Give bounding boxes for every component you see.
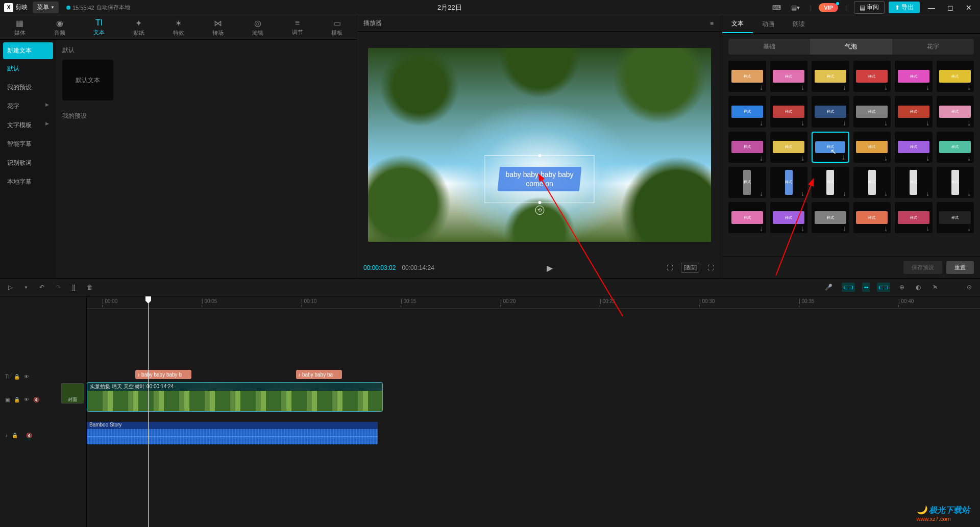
preview-canvas[interactable]: baby baby baby baby come on ⟲	[368, 48, 711, 242]
magnet-left-icon[interactable]: ⊏⊐	[842, 283, 855, 292]
nav-flower-text[interactable]: ▶花字	[0, 97, 56, 116]
bubble-preset[interactable]: 样式⭳	[728, 96, 766, 127]
download-icon[interactable]: ⭳	[759, 191, 764, 196]
nav-lyrics[interactable]: 识别歌词	[0, 154, 56, 172]
ratio-button[interactable]: [适应]	[681, 263, 699, 273]
download-icon[interactable]: ⭳	[842, 191, 847, 196]
bubble-preset[interactable]: 样式⭳	[895, 132, 933, 163]
download-icon[interactable]: ⭳	[759, 156, 764, 161]
mic-icon[interactable]: 🎤	[823, 283, 835, 292]
bubble-preset[interactable]: 样式⭳	[895, 202, 933, 233]
bubble-preset[interactable]: 样式⭳	[853, 96, 891, 127]
bubble-preset[interactable]: 样式⭳	[853, 61, 891, 92]
download-icon[interactable]: ⭳	[800, 191, 805, 196]
tool-tab-filter[interactable]: ◎滤镜	[238, 15, 278, 39]
tool-tab-grid[interactable]: ▦媒体	[0, 15, 40, 39]
undo-icon[interactable]: ↶	[37, 283, 46, 292]
rotate-handle-icon[interactable]: ⟲	[535, 206, 544, 215]
export-button[interactable]: ⬆ 导出	[889, 2, 920, 13]
download-icon[interactable]: ⭳	[759, 120, 764, 126]
tool-tab-fx[interactable]: ✶特效	[159, 15, 199, 39]
right-subtab[interactable]: 气泡	[810, 39, 892, 55]
bubble-preset[interactable]: 样式⭳	[937, 96, 974, 127]
default-text-preset[interactable]: 默认文本	[62, 60, 113, 101]
shortcut-icon[interactable]: ⌨	[769, 3, 784, 13]
download-icon[interactable]: ⭳	[884, 191, 889, 196]
bubble-preset[interactable]: 样式⭳	[895, 96, 933, 127]
eye-icon[interactable]: 👁	[24, 374, 29, 380]
track-area[interactable]: | 00:00| 00:05| 00:10| 00:15| 00:20| 00:…	[87, 296, 980, 527]
review-button[interactable]: ▤ 审阅	[854, 1, 885, 14]
zoom-fit-icon[interactable]: ⊙	[965, 283, 974, 292]
bubble-preset[interactable]: 样式⭳	[853, 167, 891, 198]
download-icon[interactable]: ⭳	[884, 226, 889, 232]
download-icon[interactable]: ⭳	[925, 226, 930, 232]
delete-icon[interactable]: 🗑	[85, 283, 95, 292]
tool-tab-sticker[interactable]: ✦贴纸	[119, 15, 159, 39]
nav-my-preset[interactable]: 我的预设	[0, 78, 56, 97]
bubble-preset[interactable]: 样式⭳↖	[812, 132, 849, 163]
download-icon[interactable]: ⭳	[842, 226, 847, 232]
download-icon[interactable]: ⭳	[884, 85, 889, 90]
lock-icon[interactable]: 🔒	[12, 433, 18, 438]
bubble-preset[interactable]: 样式⭳	[770, 202, 808, 233]
bubble-preset[interactable]: 样式⭳	[728, 202, 766, 233]
reset-button[interactable]: 重置	[946, 261, 974, 274]
bubble-preset[interactable]: 样式⭳	[812, 167, 849, 198]
download-icon[interactable]: ⭳	[842, 85, 847, 90]
redo-icon[interactable]: ↷	[54, 283, 63, 292]
bubble-preset[interactable]: 样式⭳	[853, 132, 891, 163]
download-icon[interactable]: ⭳	[925, 156, 930, 161]
download-icon[interactable]: ⭳	[967, 191, 972, 196]
download-icon[interactable]: ⭳	[967, 226, 972, 232]
bubble-preset[interactable]: 样式⭳	[895, 61, 933, 92]
video-track-icon[interactable]: ▣	[5, 397, 10, 403]
cover-thumb[interactable]: 封面	[61, 383, 84, 404]
download-icon[interactable]: ⭳	[800, 85, 805, 90]
nav-smart-subtitle[interactable]: 智能字幕	[0, 135, 56, 154]
tool-tab-text[interactable]: TI文本	[79, 15, 119, 39]
bubble-preset[interactable]: 样式⭳	[728, 132, 766, 163]
save-preset-button[interactable]: 保存预设	[903, 261, 942, 274]
bubble-preset[interactable]: 样式⭳	[937, 132, 974, 163]
nav-new-text[interactable]: 新建文本	[3, 42, 53, 59]
pointer-dropdown-icon[interactable]: ▼	[22, 284, 30, 291]
bubble-preset[interactable]: 样式⭳	[812, 61, 849, 92]
bubble-preset[interactable]: 样式⭳	[853, 202, 891, 233]
download-icon[interactable]: ⭳	[800, 226, 805, 232]
bubble-preset[interactable]: 样式⭳	[895, 167, 933, 198]
right-tab[interactable]: 文本	[722, 15, 753, 33]
text-track[interactable]: ♪ baby baby baby b ♪ baby baby ba	[87, 370, 980, 381]
mute-icon[interactable]: 🔇	[26, 433, 32, 438]
download-icon[interactable]: ⭳	[759, 226, 764, 232]
text-bubble-overlay[interactable]: baby baby baby baby come on	[497, 167, 581, 191]
audio-track-icon[interactable]: ♪	[5, 433, 8, 438]
mouse-icon[interactable]: 🖱	[930, 283, 940, 292]
right-subtab[interactable]: 花字	[892, 39, 974, 55]
video-track[interactable]: 封面 实景拍摄 晴天 天空 树叶 00:00:14:24	[87, 382, 980, 412]
bubble-preset[interactable]: 样式⭳	[770, 96, 808, 127]
tool-tab-audio[interactable]: ◉音频	[40, 15, 80, 39]
tool-tab-transition[interactable]: ⋈转场	[198, 15, 238, 39]
download-icon[interactable]: ⭳	[759, 85, 764, 90]
bubble-preset[interactable]: 样式⭳	[770, 61, 808, 92]
split-icon[interactable]: ][	[70, 283, 78, 292]
download-icon[interactable]: ⭳	[800, 156, 805, 161]
download-icon[interactable]: ⭳	[841, 155, 846, 160]
link-icon[interactable]: ⊕	[897, 283, 906, 292]
download-icon[interactable]: ⭳	[967, 120, 972, 126]
right-tab[interactable]: 动画	[753, 15, 783, 33]
text-clip[interactable]: ♪ baby baby baby b	[135, 370, 191, 379]
playhead[interactable]	[148, 296, 149, 527]
text-overlay-selection[interactable]: baby baby baby baby come on ⟲	[484, 155, 594, 203]
download-icon[interactable]: ⭳	[925, 120, 930, 126]
text-clip[interactable]: ♪ baby baby ba	[296, 370, 342, 379]
fullscreen-icon[interactable]: ⛶	[705, 263, 716, 272]
bubble-preset[interactable]: 样式⭳	[812, 202, 849, 233]
tool-tab-adjust[interactable]: ≡调节	[278, 15, 317, 39]
layout-icon[interactable]: ▤▾	[788, 3, 803, 13]
right-tab[interactable]: 朗读	[783, 15, 814, 33]
maximize-icon[interactable]: ◻	[943, 4, 958, 12]
audio-clip[interactable]: Bamboo Story	[87, 422, 378, 444]
download-icon[interactable]: ⭳	[884, 156, 889, 161]
